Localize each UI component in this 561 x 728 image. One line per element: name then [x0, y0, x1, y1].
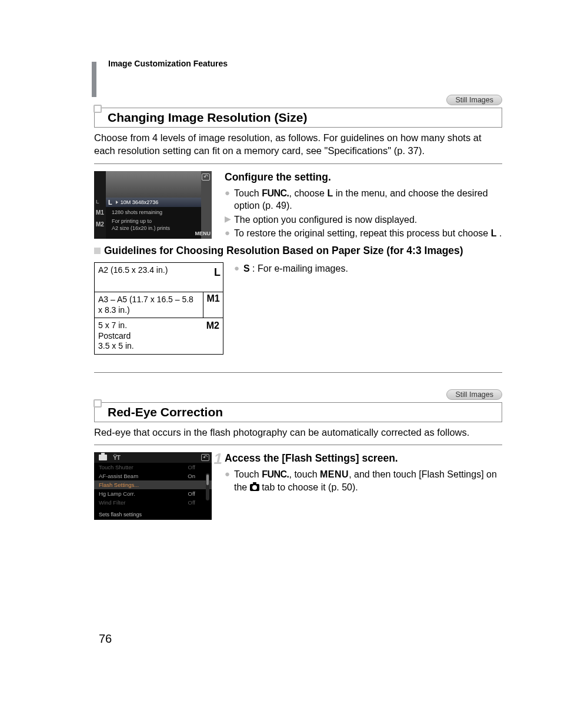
l-glyph-icon: L	[327, 188, 333, 198]
shots-remaining: 1280 shots remaining	[112, 209, 200, 215]
menu-row-wind-filter: Wind FilterOff	[94, 498, 212, 507]
camera-lcd-menu: ŸT ↶ Touch ShutterOff AF-assist BeamOn F…	[94, 452, 212, 520]
back-icon: ↶	[201, 454, 209, 461]
bullet-icon: ●	[225, 227, 234, 240]
paper-size-table: A2 (16.5 x 23.4 in.) L A3 – A5 (11.7 x 1…	[94, 262, 223, 355]
section-title: Changing Image Resolution (Size)	[108, 111, 497, 125]
camera-lcd-resolution: ↶ L L 10M 3648x2736 M1 1280 shots remain…	[94, 171, 212, 239]
configure-line-2: The option you configured is now display…	[234, 213, 417, 226]
menu-row-touch-shutter: Touch ShutterOff	[94, 463, 212, 472]
section-title: Red-Eye Correction	[108, 405, 497, 419]
bullet-icon: ●	[225, 468, 234, 493]
scrollbar	[206, 473, 209, 500]
table-row: A3 – A5 (11.7 x 16.5 – 5.8 x 8.3 in.) M1	[95, 292, 223, 318]
side-tab	[92, 62, 96, 97]
category-pill: Still Images	[446, 389, 502, 400]
paper-size-a3a5: A3 – A5 (11.7 x 16.5 – 5.8 x 8.3 in.)	[95, 292, 203, 318]
section-flag-icon	[94, 105, 102, 113]
hint-line-1: For printing up to	[112, 218, 200, 224]
camera-icon	[250, 484, 259, 491]
resolution-badge-m2: M2	[206, 319, 219, 331]
section-title-bar-resolution: Changing Image Resolution (Size)	[94, 108, 502, 128]
s-glyph-icon: S	[243, 263, 250, 273]
arrow-icon: ▶	[225, 213, 234, 226]
configure-heading: Configure the setting.	[225, 171, 502, 183]
configure-line-1: Touch FUNC., choose L in the menu, and c…	[234, 187, 502, 212]
square-bullet-icon	[94, 248, 101, 254]
hint-line-2: A2 size (16x20 in.) prints	[112, 225, 200, 231]
menu-row-flash-settings: Flash Settings...	[94, 480, 212, 489]
section-flag-icon	[94, 399, 102, 408]
menu-icon: MENU	[195, 231, 211, 236]
table-row: 5 x 7 in. Postcard 3.5 x 5 in. M2	[95, 318, 223, 354]
intro-paragraph: Red-eye that occurs in the flash photogr…	[94, 426, 502, 439]
resolution-badge-m1: M1	[96, 209, 104, 216]
page-content: Image Customization Features Still Image…	[0, 0, 561, 520]
tools-tab-icon: ŸT	[113, 454, 120, 461]
intro-paragraph: Choose from 4 levels of image resolution…	[94, 131, 502, 158]
func-label: FUNC.	[262, 469, 289, 479]
resolution-badge-m1: M1	[203, 292, 223, 318]
step-heading: Access the [Flash Settings] screen.	[225, 452, 502, 465]
menu-label: MENU	[320, 469, 349, 479]
section-title-bar-redeye: Red-Eye Correction	[94, 402, 502, 422]
page-number: 76	[99, 632, 112, 646]
menu-row-hg-lamp: Hg Lamp Corr.Off	[94, 489, 212, 498]
resolution-value: 10M 3648x2736	[121, 199, 159, 205]
guidelines-heading: Guidelines for Choosing Resolution Based…	[104, 245, 463, 258]
bullet-icon: ●	[225, 187, 234, 212]
divider	[94, 163, 502, 164]
paper-size-a2: A2 (16.5 x 23.4 in.)	[95, 263, 223, 292]
breadcrumb: Image Customization Features	[108, 59, 502, 68]
divider	[94, 372, 502, 373]
configure-line-3: To restore the original setting, repeat …	[234, 227, 502, 240]
bullet-icon: ●	[234, 262, 243, 275]
s-note: S : For e-mailing images.	[243, 262, 348, 275]
table-row: A2 (16.5 x 23.4 in.) L	[95, 263, 223, 293]
step-instruction: Touch FUNC., touch MENU, and then touch …	[234, 468, 502, 493]
resolution-badge-l: L	[214, 265, 221, 279]
step-number: 1	[209, 450, 222, 468]
resolution-badge-m2: M2	[96, 221, 104, 228]
camera-tab-icon	[99, 455, 107, 460]
l-glyph-icon: L	[491, 228, 497, 238]
category-pill: Still Images	[446, 95, 502, 105]
back-icon: ↶	[202, 173, 210, 181]
func-label: FUNC.	[262, 188, 289, 198]
menu-row-af-assist: AF-assist BeamOn	[94, 472, 212, 480]
paper-size-5x7: 5 x 7 in. Postcard 3.5 x 5 in.	[95, 318, 223, 354]
resolution-badge-l: L	[108, 199, 112, 206]
menu-hint: Sets flash settings	[99, 512, 142, 517]
divider	[94, 445, 502, 445]
